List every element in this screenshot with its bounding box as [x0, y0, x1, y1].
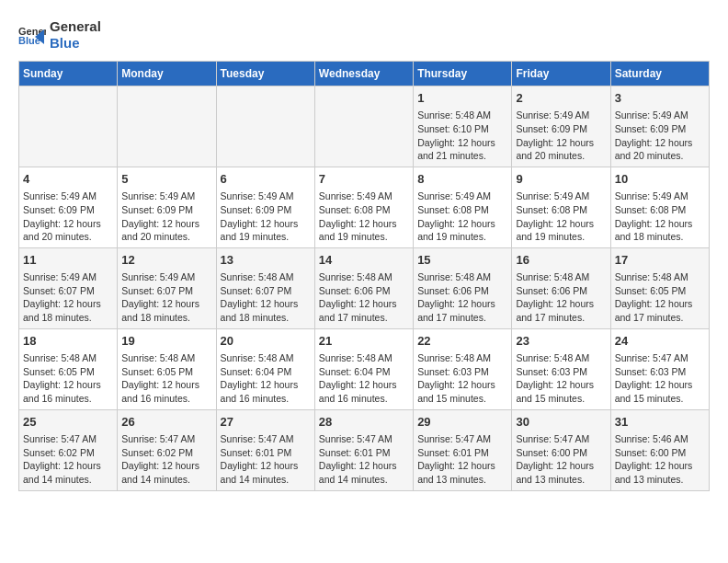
calendar-cell: 14Sunrise: 5:48 AM Sunset: 6:06 PM Dayli… — [314, 247, 413, 328]
day-info: Sunrise: 5:49 AM Sunset: 6:09 PM Dayligh… — [121, 190, 211, 244]
day-header-friday: Friday — [512, 62, 610, 86]
day-number: 28 — [319, 414, 409, 431]
logo-icon: General Blue — [18, 24, 46, 46]
calendar-cell: 13Sunrise: 5:48 AM Sunset: 6:07 PM Dayli… — [216, 247, 314, 328]
day-number: 3 — [615, 90, 705, 107]
calendar-week-row: 18Sunrise: 5:48 AM Sunset: 6:05 PM Dayli… — [19, 328, 710, 409]
day-number: 31 — [615, 414, 705, 431]
svg-text:Blue: Blue — [18, 35, 40, 46]
day-info: Sunrise: 5:49 AM Sunset: 6:07 PM Dayligh… — [121, 270, 211, 325]
day-number: 29 — [417, 414, 507, 431]
calendar-cell: 21Sunrise: 5:48 AM Sunset: 6:04 PM Dayli… — [314, 328, 413, 409]
day-info: Sunrise: 5:48 AM Sunset: 6:06 PM Dayligh… — [516, 270, 606, 325]
calendar-cell: 7Sunrise: 5:49 AM Sunset: 6:08 PM Daylig… — [314, 167, 413, 247]
day-number: 9 — [516, 171, 606, 188]
day-number: 21 — [319, 333, 409, 350]
calendar-cell: 24Sunrise: 5:47 AM Sunset: 6:03 PM Dayli… — [610, 328, 709, 409]
day-info: Sunrise: 5:48 AM Sunset: 6:05 PM Dayligh… — [23, 351, 113, 406]
calendar-cell — [314, 86, 413, 167]
day-header-saturday: Saturday — [610, 62, 709, 86]
calendar-cell: 1Sunrise: 5:48 AM Sunset: 6:10 PM Daylig… — [414, 86, 512, 167]
day-header-monday: Monday — [118, 62, 216, 86]
day-info: Sunrise: 5:47 AM Sunset: 6:03 PM Dayligh… — [615, 351, 705, 406]
day-number: 6 — [221, 171, 311, 188]
day-info: Sunrise: 5:49 AM Sunset: 6:08 PM Dayligh… — [417, 190, 507, 244]
calendar-cell: 20Sunrise: 5:48 AM Sunset: 6:04 PM Dayli… — [216, 328, 314, 409]
calendar-cell: 18Sunrise: 5:48 AM Sunset: 6:05 PM Dayli… — [19, 328, 118, 409]
day-header-sunday: Sunday — [19, 62, 118, 86]
calendar-table: SundayMondayTuesdayWednesdayThursdayFrid… — [18, 61, 710, 491]
calendar-cell: 12Sunrise: 5:49 AM Sunset: 6:07 PM Dayli… — [118, 247, 216, 328]
day-info: Sunrise: 5:49 AM Sunset: 6:07 PM Dayligh… — [23, 270, 113, 325]
day-info: Sunrise: 5:47 AM Sunset: 6:01 PM Dayligh… — [319, 432, 409, 487]
day-info: Sunrise: 5:47 AM Sunset: 6:02 PM Dayligh… — [23, 432, 113, 487]
day-info: Sunrise: 5:48 AM Sunset: 6:04 PM Dayligh… — [221, 351, 311, 406]
calendar-cell: 8Sunrise: 5:49 AM Sunset: 6:08 PM Daylig… — [414, 167, 512, 247]
calendar-header-row: SundayMondayTuesdayWednesdayThursdayFrid… — [19, 62, 710, 86]
day-number: 27 — [221, 414, 311, 431]
calendar-cell: 28Sunrise: 5:47 AM Sunset: 6:01 PM Dayli… — [314, 409, 413, 490]
day-info: Sunrise: 5:47 AM Sunset: 6:02 PM Dayligh… — [121, 432, 211, 487]
calendar-cell: 22Sunrise: 5:48 AM Sunset: 6:03 PM Dayli… — [414, 328, 512, 409]
day-number: 14 — [319, 252, 409, 269]
day-info: Sunrise: 5:49 AM Sunset: 6:09 PM Dayligh… — [615, 109, 705, 163]
calendar-cell — [216, 86, 314, 167]
day-number: 30 — [516, 414, 606, 431]
day-info: Sunrise: 5:49 AM Sunset: 6:09 PM Dayligh… — [221, 190, 311, 244]
calendar-week-row: 1Sunrise: 5:48 AM Sunset: 6:10 PM Daylig… — [19, 86, 710, 167]
calendar-cell — [19, 86, 118, 167]
day-number: 25 — [23, 414, 113, 431]
day-info: Sunrise: 5:46 AM Sunset: 6:00 PM Dayligh… — [615, 432, 705, 487]
logo: General Blue GeneralBlue — [18, 18, 101, 52]
calendar-cell: 19Sunrise: 5:48 AM Sunset: 6:05 PM Dayli… — [118, 328, 216, 409]
calendar-week-row: 11Sunrise: 5:49 AM Sunset: 6:07 PM Dayli… — [19, 247, 710, 328]
calendar-cell: 31Sunrise: 5:46 AM Sunset: 6:00 PM Dayli… — [610, 409, 709, 490]
calendar-cell: 17Sunrise: 5:48 AM Sunset: 6:05 PM Dayli… — [610, 247, 709, 328]
day-number: 12 — [121, 252, 211, 269]
day-info: Sunrise: 5:48 AM Sunset: 6:03 PM Dayligh… — [417, 351, 507, 406]
calendar-cell: 27Sunrise: 5:47 AM Sunset: 6:01 PM Dayli… — [216, 409, 314, 490]
day-info: Sunrise: 5:48 AM Sunset: 6:05 PM Dayligh… — [121, 351, 211, 406]
day-info: Sunrise: 5:48 AM Sunset: 6:06 PM Dayligh… — [417, 270, 507, 325]
calendar-cell: 3Sunrise: 5:49 AM Sunset: 6:09 PM Daylig… — [610, 86, 709, 167]
calendar-cell: 2Sunrise: 5:49 AM Sunset: 6:09 PM Daylig… — [512, 86, 610, 167]
calendar-body: 1Sunrise: 5:48 AM Sunset: 6:10 PM Daylig… — [19, 86, 710, 491]
day-info: Sunrise: 5:48 AM Sunset: 6:10 PM Dayligh… — [417, 109, 507, 163]
day-header-wednesday: Wednesday — [314, 62, 413, 86]
day-number: 24 — [615, 333, 705, 350]
day-info: Sunrise: 5:48 AM Sunset: 6:05 PM Dayligh… — [615, 270, 705, 325]
calendar-cell: 4Sunrise: 5:49 AM Sunset: 6:09 PM Daylig… — [19, 167, 118, 247]
calendar-cell: 5Sunrise: 5:49 AM Sunset: 6:09 PM Daylig… — [118, 167, 216, 247]
day-number: 5 — [121, 171, 211, 188]
day-info: Sunrise: 5:47 AM Sunset: 6:01 PM Dayligh… — [221, 432, 311, 487]
day-info: Sunrise: 5:48 AM Sunset: 6:06 PM Dayligh… — [319, 270, 409, 325]
calendar-cell: 11Sunrise: 5:49 AM Sunset: 6:07 PM Dayli… — [19, 247, 118, 328]
day-number: 10 — [615, 171, 705, 188]
calendar-cell: 15Sunrise: 5:48 AM Sunset: 6:06 PM Dayli… — [414, 247, 512, 328]
day-info: Sunrise: 5:49 AM Sunset: 6:09 PM Dayligh… — [23, 190, 113, 244]
calendar-cell: 16Sunrise: 5:48 AM Sunset: 6:06 PM Dayli… — [512, 247, 610, 328]
day-number: 13 — [221, 252, 311, 269]
calendar-cell: 26Sunrise: 5:47 AM Sunset: 6:02 PM Dayli… — [118, 409, 216, 490]
day-info: Sunrise: 5:48 AM Sunset: 6:07 PM Dayligh… — [221, 270, 311, 325]
calendar-cell: 9Sunrise: 5:49 AM Sunset: 6:08 PM Daylig… — [512, 167, 610, 247]
day-number: 8 — [417, 171, 507, 188]
day-number: 16 — [516, 252, 606, 269]
day-number: 26 — [121, 414, 211, 431]
header: General Blue GeneralBlue — [18, 18, 710, 52]
day-info: Sunrise: 5:49 AM Sunset: 6:09 PM Dayligh… — [516, 109, 606, 163]
day-info: Sunrise: 5:47 AM Sunset: 6:00 PM Dayligh… — [516, 432, 606, 487]
day-number: 4 — [23, 171, 113, 188]
day-info: Sunrise: 5:49 AM Sunset: 6:08 PM Dayligh… — [516, 190, 606, 244]
calendar-cell: 30Sunrise: 5:47 AM Sunset: 6:00 PM Dayli… — [512, 409, 610, 490]
day-number: 18 — [23, 333, 113, 350]
day-number: 2 — [516, 90, 606, 107]
day-info: Sunrise: 5:48 AM Sunset: 6:03 PM Dayligh… — [516, 351, 606, 406]
day-number: 23 — [516, 333, 606, 350]
day-info: Sunrise: 5:48 AM Sunset: 6:04 PM Dayligh… — [319, 351, 409, 406]
day-number: 20 — [221, 333, 311, 350]
calendar-cell: 29Sunrise: 5:47 AM Sunset: 6:01 PM Dayli… — [414, 409, 512, 490]
calendar-cell: 6Sunrise: 5:49 AM Sunset: 6:09 PM Daylig… — [216, 167, 314, 247]
calendar-cell: 10Sunrise: 5:49 AM Sunset: 6:08 PM Dayli… — [610, 167, 709, 247]
day-number: 22 — [417, 333, 507, 350]
